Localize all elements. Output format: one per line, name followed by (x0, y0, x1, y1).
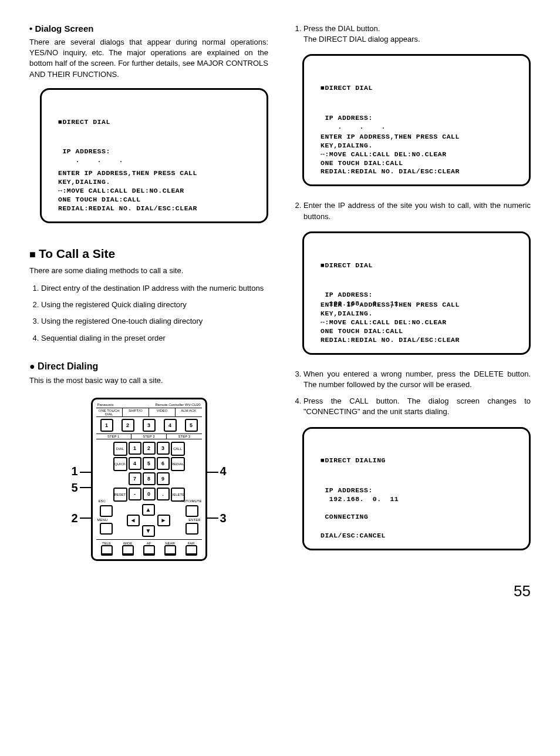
onetouch-5[interactable]: 5 (185, 419, 198, 432)
num-1[interactable]: 1 (129, 442, 141, 455)
step-1: Press the DIAL button. The DIRECT DIAL d… (303, 23, 531, 45)
call-button[interactable]: CALL (171, 442, 185, 456)
callout-4: 4 (220, 465, 226, 478)
dialog-footer: DIAL/ESC:CANCEL (321, 532, 517, 540)
onetouch-1[interactable]: 1 (100, 419, 113, 432)
onetouch-4[interactable]: 4 (164, 419, 177, 432)
num-9[interactable]: 9 (157, 472, 170, 485)
reset-button[interactable]: RESET (113, 488, 127, 502)
far-button[interactable] (185, 545, 197, 556)
arrow-left-button[interactable]: ◄ (127, 515, 140, 526)
redial-button[interactable]: REDIAL (171, 457, 185, 471)
to-call-intro: There are some dialing methods to call a… (29, 266, 268, 276)
dialog-title: ■DIRECT DIAL (321, 84, 517, 93)
esc-label: ESC (99, 499, 106, 503)
right-column: Press the DIAL button. The DIRECT DIAL d… (292, 23, 531, 565)
near-button[interactable] (164, 545, 176, 556)
enter-label: ENTER (188, 518, 200, 522)
af-label: AF (143, 542, 155, 545)
list-item: Sequential dialing in the preset order (41, 333, 268, 344)
wide-label: WIDE (122, 542, 134, 545)
num-8[interactable]: 8 (143, 472, 156, 485)
to-call-list: Direct entry of the destination IP addre… (29, 283, 268, 344)
esc-button[interactable] (100, 505, 113, 517)
menu-button[interactable] (100, 523, 113, 535)
dial-button[interactable]: DIAL (113, 442, 127, 456)
dialog-footer: ENTER IP ADDRESS,THEN PRESS CALL KEY,DIA… (321, 133, 517, 177)
dialog-footer: ENTER IP ADDRESS,THEN PRESS CALL KEY,DIA… (58, 169, 255, 213)
num-6[interactable]: 6 (157, 457, 170, 470)
remote-body: Panasonic Remote Controller WV-CU20 ONE … (91, 398, 207, 561)
arrow-down-button[interactable]: ▼ (142, 525, 155, 537)
dialog-title: ■DIRECT DIALING (321, 456, 517, 465)
tele-button[interactable] (101, 545, 113, 556)
dialog-box-r1: ■DIRECT DIAL IP ADDRESS: . . . ENTER IP … (302, 54, 531, 186)
remote-step-tabs: STEP 1 STEP 2 STEP 3 (96, 434, 202, 439)
callout-1: 1 (72, 465, 78, 478)
callout-2: 2 (72, 512, 78, 525)
wide-button[interactable] (122, 545, 134, 556)
dialog-title: ■DIRECT DIAL (58, 118, 255, 127)
far-label: FAR (185, 542, 197, 545)
num-3[interactable]: 3 (157, 442, 170, 455)
num-0[interactable]: 0 (143, 488, 156, 500)
dialog-box-left: ■DIRECT DIAL IP ADDRESS: . . . ENTER IP … (40, 88, 268, 223)
remote-arrows: ESC AUTO/MUTE MENU ENTER ▲ ▼ ◄ ► (96, 504, 202, 537)
enter-button[interactable] (185, 523, 198, 535)
callout-5: 5 (72, 481, 78, 495)
page-number: 55 (29, 582, 531, 600)
right-steps-3: When you entered a wrong number, press t… (292, 369, 531, 418)
dialog-screen-heading: Dialog Screen (29, 23, 268, 33)
remote-header: Panasonic Remote Controller WV-CU20 (96, 403, 202, 408)
dialog-body: IP ADDRESS: 192.168. 0. 11 CONNECTING (321, 486, 517, 522)
arrow-up-button[interactable]: ▲ (142, 504, 155, 516)
list-item: Direct entry of the destination IP addre… (41, 283, 268, 294)
left-column: Dialog Screen There are several dialogs … (29, 23, 268, 565)
callout-3: 3 (220, 512, 226, 525)
remote-zoom-row: TELE WIDE AF NEAR (96, 539, 202, 556)
step-4: Press the CALL button. The dialog screen… (303, 396, 531, 417)
onetouch-2[interactable]: 2 (122, 419, 134, 432)
af-button[interactable] (143, 545, 155, 556)
auto-label: AUTO/MUTE (181, 499, 201, 503)
onetouch-3[interactable]: 3 (143, 419, 156, 432)
to-call-heading: To Call a Site (29, 247, 268, 261)
step-3: When you entered a wrong number, press t… (303, 369, 531, 390)
right-steps-top: Press the DIAL button. The DIRECT DIAL d… (292, 23, 531, 45)
dialog-body: IP ADDRESS: . . . (321, 114, 517, 132)
dialog-footer: ENTER IP ADDRESS,THEN PRESS CALL KEY,DIA… (321, 301, 517, 345)
menu-label: MENU (97, 518, 108, 522)
auto-button[interactable] (185, 505, 198, 517)
num-4[interactable]: 4 (129, 457, 141, 470)
remote-onetouch-row: 1 2 3 4 5 (96, 419, 202, 432)
dialog-body: IP ADDRESS: . . . (58, 147, 255, 165)
num-7[interactable]: 7 (129, 472, 141, 485)
arrow-right-button[interactable]: ► (157, 515, 170, 526)
right-steps-2: Enter the IP address of the site you wis… (292, 200, 531, 221)
dialog-box-r2: ■DIRECT DIAL IP ADDRESS: 192.168. 0. 11 … (302, 231, 531, 355)
remote-diagram: 1 5 2 4 3 Panasonic Remote Controller WV… (85, 398, 214, 561)
step-2: Enter the IP address of the site you wis… (303, 200, 531, 221)
num-2[interactable]: 2 (143, 442, 156, 455)
direct-dialing-intro: This is the most basic way to call a sit… (29, 375, 268, 386)
dialog-screen-para: There are several dialogs that appear du… (29, 37, 268, 80)
remote-numpad: DIAL 1 2 3 CALL QUICK 4 5 6 REDIAL 7 8 9… (96, 442, 202, 502)
direct-dialing-heading: Direct Dialing (29, 361, 268, 372)
near-label: NEAR (164, 542, 176, 545)
num-dash[interactable]: - (129, 488, 141, 500)
list-item: Using the registered One-touch dialing d… (41, 316, 268, 327)
dialog-title: ■DIRECT DIAL (321, 261, 517, 270)
dialog-box-r3: ■DIRECT DIALING IP ADDRESS: 192.168. 0. … (302, 427, 531, 550)
quick-button[interactable]: QUICK (113, 457, 127, 471)
tele-label: TELE (101, 542, 113, 545)
list-item: Using the registered Quick dialing direc… (41, 300, 268, 310)
num-dot[interactable]: . (157, 488, 170, 500)
num-5[interactable]: 5 (143, 457, 156, 470)
remote-top-labels: ONE TOUCH DIAL SHIFT/O VIDEO ALM ACK (96, 408, 202, 417)
